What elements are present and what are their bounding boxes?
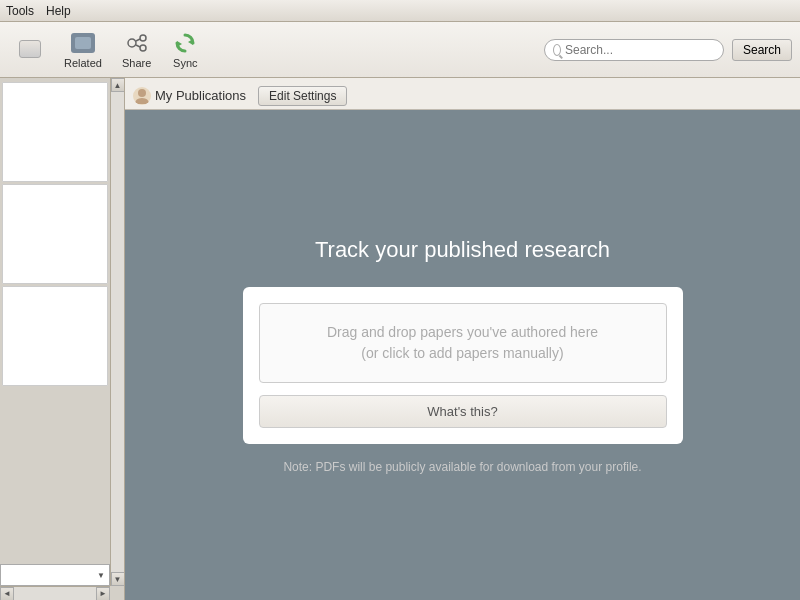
thumbnail-card-2: [2, 184, 108, 284]
toolbar-right: Search: [544, 39, 792, 61]
main-layout: ▲ ▼ ▼ ◄ ► My Publications Edit Settings: [0, 78, 800, 600]
search-button[interactable]: Search: [732, 39, 792, 61]
drop-zone-text: Drag and drop papers you've authored her…: [327, 322, 598, 364]
content-area: Track your published research Drag and d…: [125, 110, 800, 600]
svg-point-2: [140, 45, 146, 51]
whats-this-button[interactable]: What's this?: [259, 395, 667, 428]
thumbnail-card-3: [2, 286, 108, 386]
tab-title: My Publications: [155, 88, 246, 103]
thumbnail-card-1: [2, 82, 108, 182]
share-label: Share: [122, 57, 151, 69]
left-hscrollbar: ◄ ►: [0, 586, 110, 600]
toolbar: Related Share: [0, 22, 800, 78]
svg-line-4: [136, 45, 140, 47]
share-button[interactable]: Share: [114, 27, 159, 73]
toolbar-left: Related Share: [8, 27, 544, 73]
left-scrollbar: ▲ ▼: [110, 78, 124, 586]
related-label: Related: [64, 57, 102, 69]
hscroll-left-arrow[interactable]: ◄: [0, 587, 14, 601]
menu-bar: Tools Help: [0, 0, 800, 22]
related-button[interactable]: Related: [56, 27, 110, 73]
sync-label: Sync: [173, 57, 197, 69]
left-panel-dropdown[interactable]: ▼: [0, 564, 110, 586]
related-icon: [71, 31, 95, 55]
right-panel: My Publications Edit Settings Track your…: [125, 78, 800, 600]
scroll-down-arrow[interactable]: ▼: [111, 572, 125, 586]
svg-point-7: [138, 89, 146, 97]
edit-settings-button[interactable]: Edit Settings: [258, 86, 347, 106]
dropdown-arrow-icon: ▼: [97, 571, 105, 580]
menu-tools[interactable]: Tools: [6, 4, 34, 18]
scroll-track[interactable]: [111, 92, 124, 572]
svg-marker-5: [188, 39, 193, 45]
left-panel-content: [0, 78, 110, 600]
svg-point-0: [128, 39, 136, 47]
tab-bar: My Publications Edit Settings: [125, 78, 800, 110]
search-icon: [553, 44, 561, 56]
hscroll-track[interactable]: [14, 587, 96, 600]
search-input[interactable]: [565, 43, 715, 57]
sync-button[interactable]: Sync: [163, 27, 207, 73]
svg-marker-6: [177, 41, 182, 47]
note-text: Note: PDFs will be publicly available fo…: [283, 460, 641, 474]
back-icon: [18, 37, 42, 61]
scroll-up-arrow[interactable]: ▲: [111, 78, 125, 92]
content-heading: Track your published research: [315, 237, 610, 263]
user-avatar: [133, 87, 151, 105]
search-box: [544, 39, 724, 61]
sync-icon: [173, 31, 197, 55]
back-button[interactable]: [8, 33, 52, 67]
share-icon: [125, 31, 149, 55]
svg-point-1: [140, 35, 146, 41]
drop-zone[interactable]: Drag and drop papers you've authored her…: [259, 303, 667, 383]
left-panel: ▲ ▼ ▼ ◄ ►: [0, 78, 125, 600]
drop-card: Drag and drop papers you've authored her…: [243, 287, 683, 444]
svg-line-3: [136, 39, 140, 41]
menu-help[interactable]: Help: [46, 4, 71, 18]
hscroll-right-arrow[interactable]: ►: [96, 587, 110, 601]
